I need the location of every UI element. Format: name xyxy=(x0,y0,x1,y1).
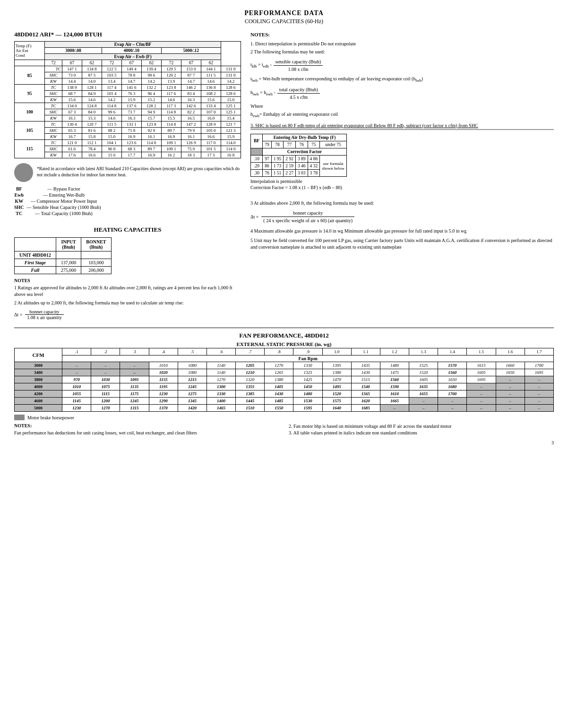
table-row: 4000 1010 1075 1135 1195 1245 1300 1355 … xyxy=(15,383,554,390)
page-number: 3 xyxy=(14,440,554,445)
table-row: 3400 – – – 1020 1080 1140 1210 1265 1325… xyxy=(15,369,554,376)
ext-static-title: EXTERNAL STATIC PRESSURE (in. wg) xyxy=(14,341,554,347)
ari-note: *Rated in accordance with latest ARI Sta… xyxy=(37,166,241,179)
heating-table: INPUT(Btuh) BONNET(Btuh) UNIT 48DD012 Fi… xyxy=(14,237,112,274)
table-row: 4600 1145 1200 1245 1290 1345 1400 1445 … xyxy=(15,398,554,405)
notes-section: NOTES: 1. Direct interpolation is permis… xyxy=(250,31,554,130)
table-row: First Stage 137,000 103,000 xyxy=(15,259,112,267)
table-row: .10 97 1 95 2 92 3 89 4 86 use formulash… xyxy=(251,155,347,162)
list-item: BF — Bypass Factor xyxy=(14,186,102,192)
fan-performance-section: FAN PERFORMANCE, 48DD012 EXTERNAL STATIC… xyxy=(14,328,554,436)
list-item: TC — Total Capacity (1000 Btuh) xyxy=(14,210,102,217)
fan-notes-title: NOTES: xyxy=(14,423,279,428)
fan-note-3: 3. All table values printed in italics i… xyxy=(289,430,554,436)
list-item: SHC — Sensible Heat Capacity (1000 Btuh) xyxy=(14,204,102,210)
table-row: 5000 1230 1270 1315 1370 1420 1465 1510 … xyxy=(15,405,554,412)
table-row: Full 275,000 206,000 xyxy=(15,267,112,274)
interp-note: Interpolation is permissible xyxy=(250,179,554,184)
fan-notes: NOTES: Fan performance has deductions fo… xyxy=(14,423,554,436)
legend-table: BF — Bypass Factor Ewb — Entering Wet-Bu… xyxy=(14,186,102,217)
motor-label: Motor brake horsepower xyxy=(27,415,74,420)
heating-notes-right: 3 At altitudes above 2,000 ft, the follo… xyxy=(250,199,554,251)
corr-formula: Correction Factor = 1.08 x (1 – BF) x (e… xyxy=(250,185,554,190)
table-row: 3000 – – – 1010 1080 1140 1205 1270 1330… xyxy=(15,362,554,369)
unit-model: 48DD012 ARI* — 124,000 BTUH xyxy=(14,31,241,38)
heating-notes: NOTES 1 Ratings are approved for altitud… xyxy=(14,278,241,320)
list-item: KW — Compressor Motor Power Input xyxy=(14,198,102,204)
page-subtitle: COOLING CAPACITIES (60-Hz) xyxy=(14,18,554,25)
motor-legend: Motor brake horsepower xyxy=(14,415,554,420)
correction-table: BF Entering Air Dry-Bulb Temp (F) 79 78 … xyxy=(250,134,347,177)
table-row: 4200 1055 1115 1175 1230 1275 1330 1385 … xyxy=(15,390,554,398)
fan-note-1: Fan performance has deductions for unit … xyxy=(14,430,279,436)
heating-title: HEATING CAPACITIES xyxy=(14,226,241,234)
fan-table: CFM .1 .2 .3 .4 .5 .6 .7 .8 .9 1.0 1.1 1… xyxy=(14,348,554,412)
fan-title: FAN PERFORMANCE, 48DD012 xyxy=(14,332,554,339)
ari-emblem xyxy=(14,163,33,182)
page-title: PERFORMANCE DATA xyxy=(14,9,554,17)
cooling-table: Temp (F) Air Ent Cond Evap Air – Cfm/BF … xyxy=(14,41,241,158)
fan-note-2: 2. Fan motor bhp is based on minimum vol… xyxy=(289,423,554,430)
correction-factor-section: BF Entering Air Dry-Bulb Temp (F) 79 78 … xyxy=(250,134,554,190)
table-row: 3800 970 1030 1095 1155 1215 1270 1320 1… xyxy=(15,376,554,383)
table-row: UNIT 48DD012 xyxy=(15,251,112,259)
list-item: Ewb — Entering Wet-Bulb xyxy=(14,192,102,198)
